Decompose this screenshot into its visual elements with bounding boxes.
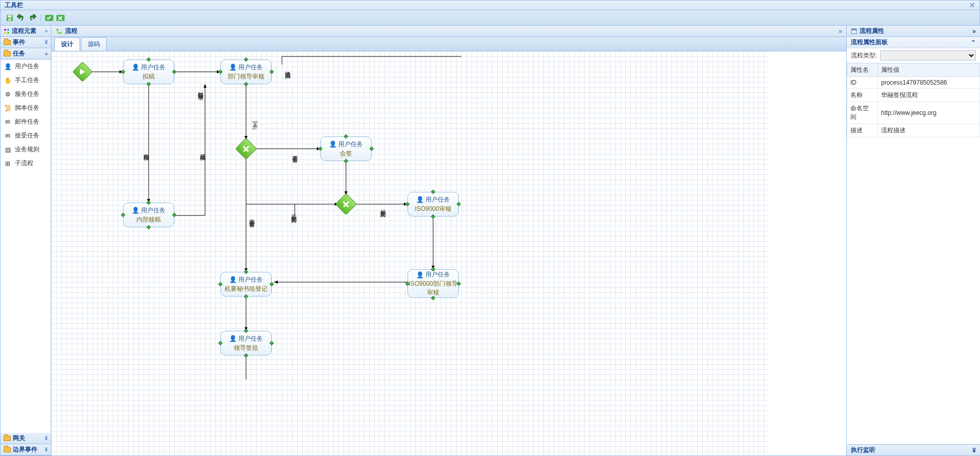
acc-gateways[interactable]: 网关¥ bbox=[1, 433, 51, 444]
item-mail-task[interactable]: ✉邮件任务 bbox=[1, 115, 51, 129]
acc-elements[interactable]: 流程元素» bbox=[1, 26, 51, 37]
node-secretary[interactable]: 👤用户任务机要秘书组登记 bbox=[220, 272, 272, 296]
item-subprocess[interactable]: ⊞子流程 bbox=[1, 156, 51, 170]
edge-next: 下一步 bbox=[251, 118, 259, 120]
left-panel: 流程元素» 事件¥ 任务♠ 👤用户任务 ✋手工任务 ⚙服务任务 📜脚本任务 ✉邮… bbox=[0, 26, 51, 456]
validate-button[interactable] bbox=[44, 13, 54, 23]
chevron-icon: ¥ bbox=[45, 435, 48, 441]
canvas[interactable]: 👤用户任务拟稿 👤用户任务部门领导审核 👤用户任务内部核稿 👤用户任务会签 👤用… bbox=[51, 51, 769, 455]
separator bbox=[40, 13, 41, 23]
item-user-task[interactable]: 👤用户任务 bbox=[1, 60, 51, 73]
flow-icon bbox=[55, 28, 63, 35]
node-draft[interactable]: 👤用户任务拟稿 bbox=[123, 60, 174, 84]
task-list: 👤用户任务 ✋手工任务 ⚙服务任务 📜脚本任务 ✉邮件任务 ✉接受任务 ▤业务规… bbox=[1, 60, 51, 433]
flow-type-select[interactable] bbox=[880, 50, 976, 61]
undo-button[interactable] bbox=[16, 13, 26, 23]
edge-int: 内部核稿 bbox=[142, 149, 150, 151]
chevron-icon: ¥ bbox=[45, 39, 48, 45]
item-receive-task[interactable]: ✉接受任务 bbox=[1, 129, 51, 143]
edge-noneed: 不需要会签 bbox=[248, 215, 256, 218]
edge-done: 完成核稿 bbox=[199, 149, 207, 151]
item-rule-task[interactable]: ▤业务规则 bbox=[1, 143, 51, 156]
svg-point-9 bbox=[56, 29, 58, 31]
node-leader[interactable]: 👤用户任务领导签批 bbox=[220, 331, 272, 355]
edges-layer bbox=[51, 51, 769, 455]
center-panel: 流程» 设计 源码 bbox=[51, 26, 847, 456]
folder-icon bbox=[4, 40, 11, 45]
toolbar-header: 工具栏 ✕ bbox=[0, 0, 980, 10]
right-panel: 流程属性» 流程属性面板⌃ 流程类型: 属性名属性值 IDprocess1479… bbox=[847, 26, 980, 456]
node-cosign[interactable]: 👤用户任务会签 bbox=[320, 136, 372, 161]
folder-icon bbox=[4, 436, 11, 441]
item-service-task[interactable]: ⚙服务任务 bbox=[1, 87, 51, 101]
mail-icon: ✉ bbox=[4, 118, 12, 126]
acc-boundary[interactable]: 边界事件¥ bbox=[1, 444, 51, 455]
edge-dept: 部门领导审核 bbox=[197, 87, 205, 90]
svg-rect-24 bbox=[851, 29, 856, 30]
toolbar-title: 工具栏 bbox=[5, 1, 23, 10]
inbox-icon: ✉ bbox=[4, 132, 12, 140]
panel-icon bbox=[851, 28, 857, 34]
user-icon: 👤 bbox=[4, 63, 12, 71]
table-row[interactable]: 命名空间http://www.jeecg.org bbox=[847, 102, 980, 124]
exec-listener[interactable]: 执行监听¥ bbox=[847, 444, 980, 455]
svg-point-5 bbox=[4, 29, 6, 31]
node-iso-dept[interactable]: 👤用户任务ISO9000部门领导审核 bbox=[407, 269, 459, 298]
flow-type-row: 流程类型: bbox=[847, 48, 980, 63]
prop-table: 属性名属性值 IDprocess1479785052586 名称华融签报流程 命… bbox=[847, 63, 980, 137]
edge-isdoc: 是制定文件 bbox=[379, 205, 387, 208]
item-script-task[interactable]: 📜脚本任务 bbox=[1, 101, 51, 115]
col-value: 属性值 bbox=[878, 64, 980, 77]
svg-point-7 bbox=[4, 32, 6, 34]
prop-panel-title[interactable]: 流程属性面板⌃ bbox=[847, 37, 980, 48]
folder-icon bbox=[4, 51, 11, 56]
plus-box-icon: ⊞ bbox=[4, 160, 12, 168]
save-button[interactable] bbox=[5, 13, 15, 23]
col-name: 属性名 bbox=[847, 64, 878, 77]
hand-icon: ✋ bbox=[4, 76, 12, 85]
start-event[interactable] bbox=[72, 62, 93, 82]
chevron-icon: » bbox=[972, 28, 976, 35]
chevron-icon: ¥ bbox=[972, 447, 976, 454]
chevron-icon: ♠ bbox=[45, 51, 48, 56]
acc-tasks[interactable]: 任务♠ bbox=[1, 48, 51, 60]
chevron-icon: » bbox=[839, 28, 842, 35]
edge-need: 需要会签 bbox=[291, 151, 299, 153]
table-row[interactable]: 名称华融签报流程 bbox=[847, 89, 980, 102]
gateway-2[interactable] bbox=[335, 193, 357, 215]
svg-rect-1 bbox=[8, 15, 12, 17]
item-manual-task[interactable]: ✋手工任务 bbox=[1, 73, 51, 87]
tabs: 设计 源码 bbox=[51, 37, 846, 51]
center-header: 流程» bbox=[51, 26, 846, 37]
table-row[interactable]: 描述流程描述 bbox=[847, 124, 980, 137]
node-iso[interactable]: 👤用户任务ISO9000审核 bbox=[407, 192, 459, 216]
chevron-down-icon: » bbox=[45, 28, 48, 34]
svg-rect-2 bbox=[8, 18, 11, 21]
svg-point-6 bbox=[7, 29, 9, 31]
gear-icon: ⚙ bbox=[4, 90, 12, 98]
folder-icon bbox=[4, 447, 11, 452]
chevron-icon: ¥ bbox=[45, 447, 48, 452]
svg-point-10 bbox=[59, 32, 62, 34]
close-icon[interactable]: ✕ bbox=[969, 1, 975, 9]
svg-point-8 bbox=[7, 32, 9, 34]
table-icon: ▤ bbox=[4, 146, 12, 154]
tab-design[interactable]: 设计 bbox=[54, 37, 80, 51]
delete-button[interactable] bbox=[55, 13, 66, 23]
script-icon: 📜 bbox=[4, 104, 12, 112]
node-internal[interactable]: 👤用户任务内部核稿 bbox=[123, 203, 174, 227]
collapse-icon: ⌃ bbox=[971, 39, 976, 46]
acc-events[interactable]: 事件¥ bbox=[1, 37, 51, 48]
tab-source[interactable]: 源码 bbox=[81, 37, 107, 51]
edge-notdoc: 不是制定文件 bbox=[290, 210, 298, 213]
gateway-1[interactable] bbox=[235, 138, 257, 160]
node-dept-review[interactable]: 👤用户任务部门领导审核 bbox=[220, 60, 272, 84]
table-row[interactable]: IDprocess1479785052586 bbox=[847, 77, 980, 89]
canvas-scroll[interactable]: 👤用户任务拟稿 👤用户任务部门领导审核 👤用户任务内部核稿 👤用户任务会签 👤用… bbox=[51, 51, 846, 455]
toolbar bbox=[0, 10, 980, 26]
redo-button[interactable] bbox=[27, 13, 37, 23]
flow-type-label: 流程类型: bbox=[851, 51, 877, 60]
edge-return: 退给拟稿人 bbox=[284, 67, 292, 69]
prop-header[interactable]: 流程属性» bbox=[847, 26, 980, 37]
